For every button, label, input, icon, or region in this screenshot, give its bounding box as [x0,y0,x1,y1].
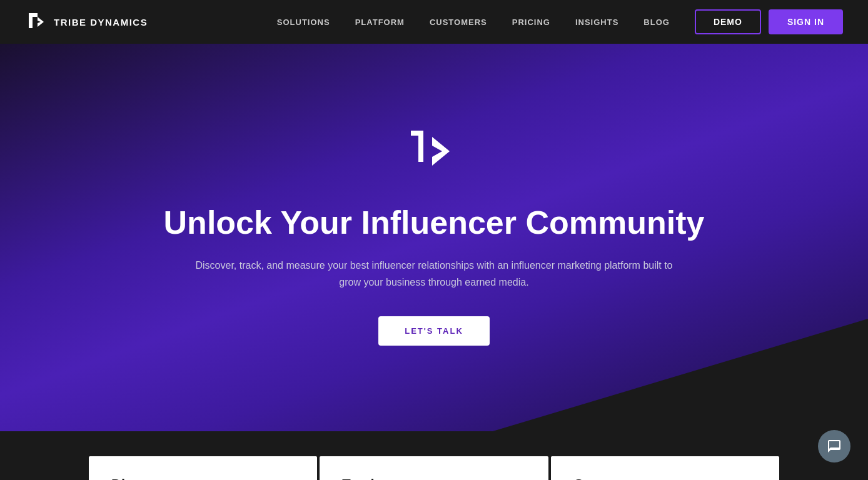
hero-subtitle: Discover, track, and measure your best i… [190,257,678,291]
grow-card-title: Grow [573,476,757,480]
svg-rect-3 [418,131,423,162]
nav-blog[interactable]: BLOG [643,18,670,27]
chat-icon [827,439,842,454]
discover-card-title: Discover [111,476,295,480]
demo-button[interactable]: DEMO [695,9,761,34]
svg-rect-2 [411,131,420,136]
svg-marker-4 [432,137,450,166]
nav-platform[interactable]: PLATFORM [355,18,405,27]
signin-button[interactable]: SIGN IN [769,9,843,34]
svg-marker-0 [29,13,38,28]
nav-solutions[interactable]: SOLUTIONS [277,18,330,27]
hero-title: Unlock Your Influencer Community [164,204,705,242]
nav-customers[interactable]: CUSTOMERS [430,18,487,27]
chat-support-button[interactable] [818,430,850,462]
hero-section: Unlock Your Influencer Community Discove… [0,44,868,431]
brand-name: TRIBE DYNAMICS [54,17,148,28]
dark-section: Discover Find and build your most produc… [0,431,868,480]
lets-talk-button[interactable]: LET'S TALK [378,316,490,346]
svg-marker-1 [38,17,44,27]
nav-buttons: DEMO SIGN IN [695,9,843,34]
nav-insights[interactable]: INSIGHTS [575,18,618,27]
logo-icon [25,11,48,33]
discover-card: Discover Find and build your most produc… [89,456,317,480]
nav-logo[interactable]: TRIBE DYNAMICS [25,11,148,33]
grow-card: Grow Build a custom competitor dashboard… [551,456,779,480]
cards-row: Discover Find and build your most produc… [0,456,868,480]
nav-links: SOLUTIONS PLATFORM CUSTOMERS PRICING INS… [277,16,670,28]
nav-pricing[interactable]: PRICING [512,18,550,27]
hero-logo-icon [400,117,468,186]
track-card: Track Surface and organize the most impa… [320,456,548,480]
navigation: TRIBE DYNAMICS SOLUTIONS PLATFORM CUSTOM… [0,0,868,44]
track-card-title: Track [342,476,525,480]
